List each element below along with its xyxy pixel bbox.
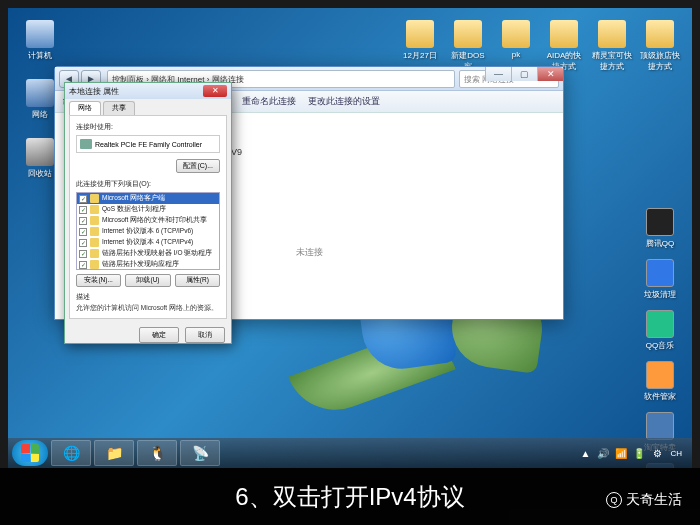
ok-button[interactable]: 确定 (139, 327, 179, 343)
tray-icon[interactable]: 📶 (614, 446, 628, 460)
dialog-close-button[interactable]: ✕ (203, 85, 227, 97)
protocol-item[interactable]: ✓Internet 协议版本 4 (TCP/IPv4) (77, 237, 219, 248)
start-button[interactable] (12, 440, 48, 466)
app-icon (646, 412, 674, 440)
properties-button[interactable]: 属性(R) (175, 274, 220, 287)
app-icon (646, 20, 674, 48)
app-icon (598, 20, 626, 48)
protocol-label: Internet 协议版本 4 (TCP/IPv4) (102, 238, 193, 247)
maximize-button[interactable]: ▢ (511, 67, 537, 81)
checkbox-icon[interactable]: ✓ (79, 206, 87, 214)
desktop-icons-right-col: 腾讯QQ垃圾清理QQ音乐软件管家淘宝特卖腾讯电脑管家 (640, 208, 680, 468)
desktop-icon[interactable]: 软件管家 (640, 361, 680, 402)
app-icon (406, 20, 434, 48)
description-text: 允许您的计算机访问 Microsoft 网络上的资源。 (76, 304, 220, 312)
icon-label: 精灵宝可快捷方式 (592, 50, 632, 72)
adapter-box: Realtek PCIe FE Family Controller (76, 135, 220, 153)
protocol-label: Microsoft 网络的文件和打印机共享 (102, 216, 207, 225)
dialog-titlebar: 本地连接 属性 ✕ (65, 83, 231, 99)
tab-sharing[interactable]: 共享 (103, 101, 135, 115)
desktop-icon[interactable]: 12月27日 (400, 20, 440, 72)
app-icon (646, 361, 674, 389)
app-icon (26, 20, 54, 48)
protocol-icon (90, 216, 99, 225)
desktop-icon[interactable]: AIDA的快捷方式 (544, 20, 584, 72)
caption-bar: 6、双击打开IPv4协议 Q 天奇生活 (0, 468, 700, 525)
protocol-item[interactable]: ✓链路层拓扑发现响应程序 (77, 259, 219, 270)
connect-using-label: 连接时使用: (76, 122, 220, 132)
language-indicator[interactable]: CH (670, 449, 682, 458)
protocol-label: Microsoft 网络客户端 (102, 194, 165, 203)
tray-icon[interactable]: ▲ (578, 446, 592, 460)
taskbar-item[interactable]: 📡 (180, 440, 220, 466)
icon-label: QQ音乐 (640, 340, 680, 351)
app-icon (646, 259, 674, 287)
checkbox-icon[interactable]: ✓ (79, 195, 87, 203)
protocol-item[interactable]: ✓QoS 数据包计划程序 (77, 204, 219, 215)
checkbox-icon[interactable]: ✓ (79, 239, 87, 247)
icon-label: 12月27日 (400, 50, 440, 61)
desktop-icon[interactable]: pk (496, 20, 536, 72)
protocol-icon (90, 249, 99, 258)
taskbar-item[interactable]: 🌐 (51, 440, 91, 466)
protocol-label: 链路层拓扑发现响应程序 (102, 260, 179, 269)
app-icon (26, 79, 54, 107)
tab-network[interactable]: 网络 (69, 101, 101, 115)
protocol-label: Internet 协议版本 6 (TCP/IPv6) (102, 227, 193, 236)
toolbar-item[interactable]: 重命名此连接 (242, 95, 296, 108)
window-controls: — ▢ ✕ (485, 67, 563, 81)
desktop-icon[interactable]: 腾讯QQ (640, 208, 680, 249)
desktop-icon[interactable]: QQ音乐 (640, 310, 680, 351)
protocol-list[interactable]: ✓Microsoft 网络客户端✓QoS 数据包计划程序✓Microsoft 网… (76, 192, 220, 270)
toolbar-item[interactable]: 更改此连接的设置 (308, 95, 380, 108)
app-icon (550, 20, 578, 48)
taskbar-item[interactable]: 🐧 (137, 440, 177, 466)
configure-button[interactable]: 配置(C)... (176, 159, 220, 173)
dialog-footer: 确定 取消 (65, 323, 231, 347)
checkbox-icon[interactable]: ✓ (79, 250, 87, 258)
close-button[interactable]: ✕ (537, 67, 563, 81)
watermark: Q 天奇生活 (606, 491, 682, 509)
protocol-label: 链路层拓扑发现映射器 I/O 驱动程序 (102, 249, 212, 258)
items-label: 此连接使用下列项目(O): (76, 177, 220, 189)
desktop-screen: 计算机网络回收站 12月27日新建DOS窗pkAIDA的快捷方式精灵宝可快捷方式… (8, 8, 692, 468)
app-icon (646, 208, 674, 236)
protocol-item[interactable]: ✓Internet 协议版本 6 (TCP/IPv6) (77, 226, 219, 237)
icon-label: pk (496, 50, 536, 59)
dialog-body: 连接时使用: Realtek PCIe FE Family Controller… (69, 115, 227, 319)
desktop-icon[interactable]: 精灵宝可快捷方式 (592, 20, 632, 72)
cancel-button[interactable]: 取消 (185, 327, 225, 343)
protocol-item[interactable]: ✓Microsoft 网络的文件和打印机共享 (77, 215, 219, 226)
taskbar-item[interactable]: 📁 (94, 440, 134, 466)
adapter-name: Realtek PCIe FE Family Controller (95, 141, 202, 148)
caption-text: 6、双击打开IPv4协议 (235, 481, 464, 513)
protocol-label: QoS 数据包计划程序 (102, 205, 166, 214)
monitor-frame: 计算机网络回收站 12月27日新建DOS窗pkAIDA的快捷方式精灵宝可快捷方式… (0, 0, 700, 525)
minimize-button[interactable]: — (485, 67, 511, 81)
tray-icon[interactable]: ⚙ (650, 446, 664, 460)
checkbox-icon[interactable]: ✓ (79, 261, 87, 269)
checkbox-icon[interactable]: ✓ (79, 228, 87, 236)
protocol-icon (90, 227, 99, 236)
desktop-icon[interactable]: 顶级旅店快捷方式 (640, 20, 680, 72)
watermark-icon: Q (606, 492, 622, 508)
desktop-icon[interactable]: 垃圾清理 (640, 259, 680, 300)
tray-icon[interactable]: 🔋 (632, 446, 646, 460)
install-button[interactable]: 安装(N)... (76, 274, 121, 287)
description-label: 描述 (76, 292, 220, 302)
nic-icon (80, 139, 92, 149)
icon-label: 计算机 (20, 50, 60, 61)
desktop-icons-top-right: 12月27日新建DOS窗pkAIDA的快捷方式精灵宝可快捷方式顶级旅店快捷方式 (400, 20, 680, 72)
desktop-icon[interactable]: 计算机 (20, 20, 60, 61)
uninstall-button[interactable]: 卸载(U) (125, 274, 170, 287)
windows-logo-icon (21, 444, 39, 462)
protocol-item[interactable]: ✓Microsoft 网络客户端 (77, 193, 219, 204)
desktop-icon[interactable]: 新建DOS窗 (448, 20, 488, 72)
dialog-title: 本地连接 属性 (69, 86, 119, 97)
icon-label: 腾讯QQ (640, 238, 680, 249)
status-text: 未连接 (296, 246, 323, 259)
tray-icon[interactable]: 🔊 (596, 446, 610, 460)
checkbox-icon[interactable]: ✓ (79, 217, 87, 225)
protocol-item[interactable]: ✓链路层拓扑发现映射器 I/O 驱动程序 (77, 248, 219, 259)
protocol-icon (90, 260, 99, 269)
